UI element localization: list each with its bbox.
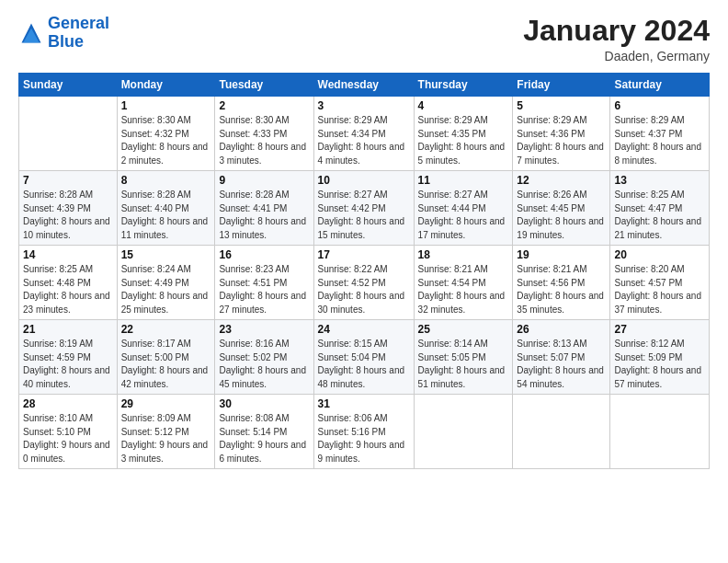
day-info: Sunrise: 8:16 AMSunset: 5:02 PMDaylight:… <box>219 338 309 391</box>
day-number: 8 <box>121 174 211 187</box>
day-info: Sunrise: 8:28 AMSunset: 4:39 PMDaylight:… <box>23 189 113 242</box>
month-title: January 2024 <box>523 15 710 47</box>
day-number: 18 <box>418 248 509 261</box>
day-number: 20 <box>614 248 705 261</box>
day-info: Sunrise: 8:24 AMSunset: 4:49 PMDaylight:… <box>121 263 211 316</box>
day-info: Sunrise: 8:21 AMSunset: 4:54 PMDaylight:… <box>418 263 509 316</box>
header-thursday: Thursday <box>414 74 513 97</box>
day-number: 27 <box>614 323 705 336</box>
table-row: 25Sunrise: 8:14 AMSunset: 5:05 PMDayligh… <box>414 320 513 395</box>
day-number: 31 <box>318 397 410 410</box>
table-row: 10Sunrise: 8:27 AMSunset: 4:42 PMDayligh… <box>313 171 414 246</box>
calendar-week-row: 28Sunrise: 8:10 AMSunset: 5:10 PMDayligh… <box>19 395 710 469</box>
header-sunday: Sunday <box>19 74 118 97</box>
table-row: 31Sunrise: 8:06 AMSunset: 5:16 PMDayligh… <box>313 395 414 469</box>
day-info: Sunrise: 8:27 AMSunset: 4:44 PMDaylight:… <box>418 189 509 242</box>
day-number: 29 <box>121 397 211 410</box>
calendar-table: Sunday Monday Tuesday Wednesday Thursday… <box>18 73 710 469</box>
day-info: Sunrise: 8:29 AMSunset: 4:36 PMDaylight:… <box>517 114 606 167</box>
day-number: 19 <box>517 248 606 261</box>
day-info: Sunrise: 8:19 AMSunset: 4:59 PMDaylight:… <box>23 338 113 391</box>
table-row: 30Sunrise: 8:08 AMSunset: 5:14 PMDayligh… <box>215 395 313 469</box>
table-row: 4Sunrise: 8:29 AMSunset: 4:35 PMDaylight… <box>414 97 513 171</box>
header: General Blue January 2024 Daaden, German… <box>18 15 710 63</box>
table-row: 2Sunrise: 8:30 AMSunset: 4:33 PMDaylight… <box>215 97 313 171</box>
logo: General Blue <box>18 15 109 52</box>
table-row <box>414 395 513 469</box>
table-row: 17Sunrise: 8:22 AMSunset: 4:52 PMDayligh… <box>313 246 414 320</box>
table-row: 8Sunrise: 8:28 AMSunset: 4:40 PMDaylight… <box>117 171 215 246</box>
table-row: 13Sunrise: 8:25 AMSunset: 4:47 PMDayligh… <box>610 171 710 246</box>
header-tuesday: Tuesday <box>215 74 313 97</box>
header-monday: Monday <box>117 74 215 97</box>
table-row: 1Sunrise: 8:30 AMSunset: 4:32 PMDaylight… <box>117 97 215 171</box>
logo-icon <box>18 20 44 46</box>
day-info: Sunrise: 8:20 AMSunset: 4:57 PMDaylight:… <box>614 263 705 316</box>
day-number: 4 <box>418 99 509 112</box>
table-row: 15Sunrise: 8:24 AMSunset: 4:49 PMDayligh… <box>117 246 215 320</box>
table-row: 14Sunrise: 8:25 AMSunset: 4:48 PMDayligh… <box>19 246 118 320</box>
table-row <box>610 395 710 469</box>
day-number: 6 <box>614 99 705 112</box>
day-number: 17 <box>318 248 410 261</box>
table-row: 21Sunrise: 8:19 AMSunset: 4:59 PMDayligh… <box>19 320 118 395</box>
day-info: Sunrise: 8:10 AMSunset: 5:10 PMDaylight:… <box>23 412 113 465</box>
day-number: 2 <box>219 99 309 112</box>
calendar-week-row: 21Sunrise: 8:19 AMSunset: 4:59 PMDayligh… <box>19 320 710 395</box>
table-row: 6Sunrise: 8:29 AMSunset: 4:37 PMDaylight… <box>610 97 710 171</box>
table-row <box>19 97 118 171</box>
logo-line1: General <box>48 14 109 32</box>
day-number: 26 <box>517 323 606 336</box>
table-row: 27Sunrise: 8:12 AMSunset: 5:09 PMDayligh… <box>610 320 710 395</box>
day-info: Sunrise: 8:30 AMSunset: 4:33 PMDaylight:… <box>219 114 309 167</box>
day-number: 21 <box>23 323 113 336</box>
table-row: 22Sunrise: 8:17 AMSunset: 5:00 PMDayligh… <box>117 320 215 395</box>
day-info: Sunrise: 8:29 AMSunset: 4:35 PMDaylight:… <box>418 114 509 167</box>
day-number: 3 <box>318 99 410 112</box>
day-number: 23 <box>219 323 309 336</box>
calendar-week-row: 14Sunrise: 8:25 AMSunset: 4:48 PMDayligh… <box>19 246 710 320</box>
day-number: 15 <box>121 248 211 261</box>
table-row: 9Sunrise: 8:28 AMSunset: 4:41 PMDaylight… <box>215 171 313 246</box>
day-info: Sunrise: 8:13 AMSunset: 5:07 PMDaylight:… <box>517 338 606 391</box>
location-subtitle: Daaden, Germany <box>523 49 710 63</box>
day-number: 1 <box>121 99 211 112</box>
day-info: Sunrise: 8:23 AMSunset: 4:51 PMDaylight:… <box>219 263 309 316</box>
table-row: 24Sunrise: 8:15 AMSunset: 5:04 PMDayligh… <box>313 320 414 395</box>
table-row: 11Sunrise: 8:27 AMSunset: 4:44 PMDayligh… <box>414 171 513 246</box>
day-info: Sunrise: 8:15 AMSunset: 5:04 PMDaylight:… <box>318 338 410 391</box>
day-number: 30 <box>219 397 309 410</box>
day-info: Sunrise: 8:12 AMSunset: 5:09 PMDaylight:… <box>614 338 705 391</box>
day-info: Sunrise: 8:22 AMSunset: 4:52 PMDaylight:… <box>318 263 410 316</box>
table-row: 5Sunrise: 8:29 AMSunset: 4:36 PMDaylight… <box>513 97 610 171</box>
table-row: 7Sunrise: 8:28 AMSunset: 4:39 PMDaylight… <box>19 171 118 246</box>
day-info: Sunrise: 8:30 AMSunset: 4:32 PMDaylight:… <box>121 114 211 167</box>
day-number: 22 <box>121 323 211 336</box>
table-row: 20Sunrise: 8:20 AMSunset: 4:57 PMDayligh… <box>610 246 710 320</box>
header-saturday: Saturday <box>610 74 710 97</box>
day-number: 16 <box>219 248 309 261</box>
calendar-week-row: 7Sunrise: 8:28 AMSunset: 4:39 PMDaylight… <box>19 171 710 246</box>
logo-text: General Blue <box>48 15 109 52</box>
table-row: 18Sunrise: 8:21 AMSunset: 4:54 PMDayligh… <box>414 246 513 320</box>
table-row: 26Sunrise: 8:13 AMSunset: 5:07 PMDayligh… <box>513 320 610 395</box>
logo-line2: Blue <box>48 32 84 51</box>
day-number: 10 <box>318 174 410 187</box>
day-info: Sunrise: 8:09 AMSunset: 5:12 PMDaylight:… <box>121 412 211 465</box>
table-row: 28Sunrise: 8:10 AMSunset: 5:10 PMDayligh… <box>19 395 118 469</box>
day-info: Sunrise: 8:28 AMSunset: 4:41 PMDaylight:… <box>219 189 309 242</box>
table-row: 19Sunrise: 8:21 AMSunset: 4:56 PMDayligh… <box>513 246 610 320</box>
calendar-header-row: Sunday Monday Tuesday Wednesday Thursday… <box>19 74 710 97</box>
day-info: Sunrise: 8:25 AMSunset: 4:47 PMDaylight:… <box>614 189 705 242</box>
day-info: Sunrise: 8:14 AMSunset: 5:05 PMDaylight:… <box>418 338 509 391</box>
day-info: Sunrise: 8:28 AMSunset: 4:40 PMDaylight:… <box>121 189 211 242</box>
page: General Blue January 2024 Daaden, German… <box>0 0 728 563</box>
day-number: 13 <box>614 174 705 187</box>
header-wednesday: Wednesday <box>313 74 414 97</box>
day-number: 5 <box>517 99 606 112</box>
day-number: 25 <box>418 323 509 336</box>
day-info: Sunrise: 8:17 AMSunset: 5:00 PMDaylight:… <box>121 338 211 391</box>
day-info: Sunrise: 8:29 AMSunset: 4:34 PMDaylight:… <box>318 114 410 167</box>
day-number: 12 <box>517 174 606 187</box>
table-row: 3Sunrise: 8:29 AMSunset: 4:34 PMDaylight… <box>313 97 414 171</box>
